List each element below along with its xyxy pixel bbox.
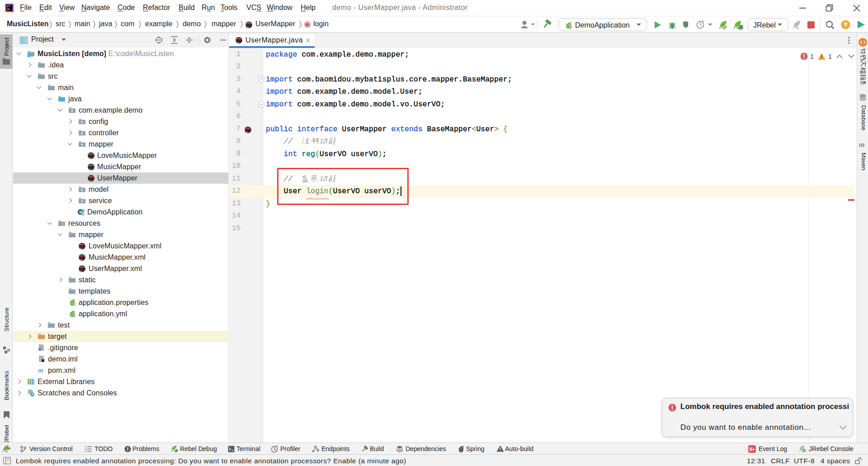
- svg-text:m: m: [859, 142, 864, 148]
- svg-text:m: m: [306, 22, 310, 27]
- svg-text:9+: 9+: [750, 447, 755, 452]
- svg-text:JR: JR: [6, 447, 10, 450]
